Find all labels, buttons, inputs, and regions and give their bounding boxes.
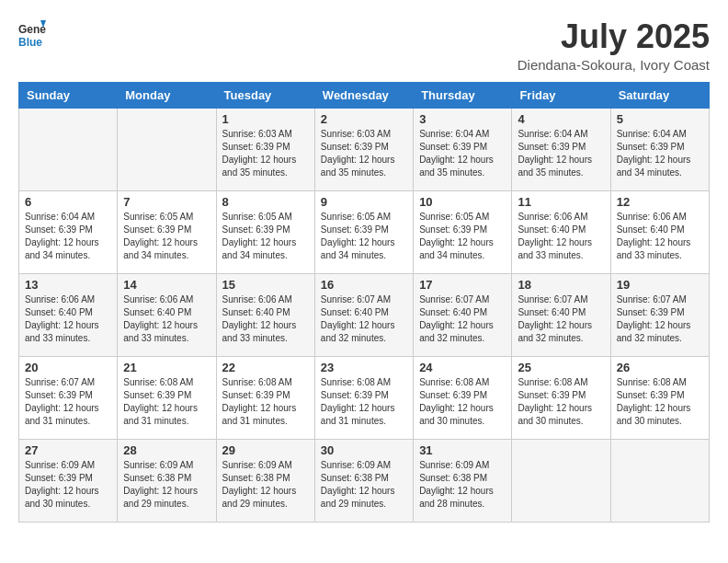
header-tuesday: Tuesday (216, 82, 314, 108)
calendar-cell: 16Sunrise: 6:07 AMSunset: 6:40 PMDayligh… (314, 273, 413, 356)
calendar-cell (610, 439, 709, 522)
calendar-cell: 24Sunrise: 6:08 AMSunset: 6:39 PMDayligh… (414, 356, 512, 439)
calendar-cell: 17Sunrise: 6:07 AMSunset: 6:40 PMDayligh… (414, 273, 512, 356)
day-info: Sunrise: 6:07 AMSunset: 6:40 PMDaylight:… (518, 293, 604, 345)
day-info: Sunrise: 6:04 AMSunset: 6:39 PMDaylight:… (25, 211, 111, 262)
day-info: Sunrise: 6:03 AMSunset: 6:39 PMDaylight:… (321, 128, 407, 179)
day-number: 19 (617, 278, 703, 292)
calendar-cell: 18Sunrise: 6:07 AMSunset: 6:40 PMDayligh… (512, 273, 610, 356)
calendar-week-2: 6Sunrise: 6:04 AMSunset: 6:39 PMDaylight… (19, 190, 710, 273)
day-number: 24 (419, 361, 506, 374)
calendar-cell: 15Sunrise: 6:06 AMSunset: 6:40 PMDayligh… (216, 273, 314, 356)
day-number: 15 (222, 278, 309, 292)
day-info: Sunrise: 6:03 AMSunset: 6:39 PMDaylight:… (222, 128, 309, 179)
day-info: Sunrise: 6:08 AMSunset: 6:39 PMDaylight:… (222, 376, 309, 428)
day-number: 25 (518, 361, 604, 374)
calendar-body: 1Sunrise: 6:03 AMSunset: 6:39 PMDaylight… (19, 108, 710, 522)
day-number: 5 (617, 112, 703, 126)
calendar-cell: 26Sunrise: 6:08 AMSunset: 6:39 PMDayligh… (610, 356, 709, 439)
calendar-header: SundayMondayTuesdayWednesdayThursdayFrid… (19, 82, 710, 108)
day-info: Sunrise: 6:05 AMSunset: 6:39 PMDaylight:… (222, 211, 309, 262)
day-number: 29 (222, 443, 309, 457)
calendar-cell: 11Sunrise: 6:06 AMSunset: 6:40 PMDayligh… (512, 190, 610, 273)
day-info: Sunrise: 6:04 AMSunset: 6:39 PMDaylight:… (518, 128, 604, 179)
calendar-cell: 6Sunrise: 6:04 AMSunset: 6:39 PMDaylight… (19, 190, 118, 273)
day-info: Sunrise: 6:06 AMSunset: 6:40 PMDaylight:… (222, 293, 309, 345)
svg-text:General: General (18, 23, 46, 36)
day-info: Sunrise: 6:06 AMSunset: 6:40 PMDaylight:… (25, 293, 111, 345)
day-info: Sunrise: 6:05 AMSunset: 6:39 PMDaylight:… (419, 211, 506, 262)
logo: General Blue (18, 18, 46, 51)
svg-text:Blue: Blue (18, 36, 42, 49)
day-info: Sunrise: 6:09 AMSunset: 6:39 PMDaylight:… (25, 459, 111, 511)
day-number: 8 (222, 195, 309, 209)
calendar-cell: 30Sunrise: 6:09 AMSunset: 6:38 PMDayligh… (314, 439, 413, 522)
calendar-cell: 9Sunrise: 6:05 AMSunset: 6:39 PMDaylight… (314, 190, 413, 273)
calendar-week-3: 13Sunrise: 6:06 AMSunset: 6:40 PMDayligh… (19, 273, 710, 356)
day-info: Sunrise: 6:04 AMSunset: 6:39 PMDaylight:… (617, 128, 703, 179)
day-number: 12 (617, 195, 703, 209)
day-number: 23 (321, 361, 407, 374)
day-info: Sunrise: 6:09 AMSunset: 6:38 PMDaylight:… (321, 459, 407, 511)
day-info: Sunrise: 6:05 AMSunset: 6:39 PMDaylight:… (321, 211, 407, 262)
calendar-cell: 27Sunrise: 6:09 AMSunset: 6:39 PMDayligh… (19, 439, 118, 522)
day-info: Sunrise: 6:06 AMSunset: 6:40 PMDaylight:… (617, 211, 703, 262)
calendar-cell: 1Sunrise: 6:03 AMSunset: 6:39 PMDaylight… (216, 108, 314, 190)
day-number: 20 (25, 361, 111, 374)
calendar-cell: 25Sunrise: 6:08 AMSunset: 6:39 PMDayligh… (512, 356, 610, 439)
day-number: 2 (321, 112, 407, 126)
location-subtitle: Diendana-Sokoura, Ivory Coast (518, 57, 710, 73)
title-block: July 2025 Diendana-Sokoura, Ivory Coast (518, 18, 710, 73)
day-info: Sunrise: 6:07 AMSunset: 6:39 PMDaylight:… (25, 376, 111, 428)
logo-arrow-icon: General Blue (18, 18, 46, 51)
day-number: 4 (518, 112, 604, 126)
day-info: Sunrise: 6:08 AMSunset: 6:39 PMDaylight:… (123, 376, 210, 428)
day-number: 21 (123, 361, 210, 374)
day-info: Sunrise: 6:06 AMSunset: 6:40 PMDaylight:… (518, 211, 604, 262)
header-saturday: Saturday (610, 82, 709, 108)
calendar-cell: 8Sunrise: 6:05 AMSunset: 6:39 PMDaylight… (216, 190, 314, 273)
day-info: Sunrise: 6:09 AMSunset: 6:38 PMDaylight:… (123, 459, 210, 511)
calendar-week-1: 1Sunrise: 6:03 AMSunset: 6:39 PMDaylight… (19, 108, 710, 190)
day-number: 30 (321, 443, 407, 457)
day-number: 9 (321, 195, 407, 209)
calendar-cell: 19Sunrise: 6:07 AMSunset: 6:39 PMDayligh… (610, 273, 709, 356)
day-number: 7 (123, 195, 210, 209)
day-number: 6 (25, 195, 111, 209)
day-number: 31 (419, 443, 506, 457)
calendar-cell: 29Sunrise: 6:09 AMSunset: 6:38 PMDayligh… (216, 439, 314, 522)
day-number: 13 (25, 278, 111, 292)
calendar-cell: 7Sunrise: 6:05 AMSunset: 6:39 PMDaylight… (118, 190, 216, 273)
day-number: 18 (518, 278, 604, 292)
day-number: 1 (222, 112, 309, 126)
day-number: 22 (222, 361, 309, 374)
calendar-cell: 2Sunrise: 6:03 AMSunset: 6:39 PMDaylight… (314, 108, 413, 190)
day-number: 11 (518, 195, 604, 209)
day-info: Sunrise: 6:05 AMSunset: 6:39 PMDaylight:… (123, 211, 210, 262)
calendar-cell (19, 108, 118, 190)
day-info: Sunrise: 6:08 AMSunset: 6:39 PMDaylight:… (617, 376, 703, 428)
day-info: Sunrise: 6:08 AMSunset: 6:39 PMDaylight:… (419, 376, 506, 428)
calendar-cell (118, 108, 216, 190)
day-info: Sunrise: 6:09 AMSunset: 6:38 PMDaylight:… (419, 459, 506, 511)
calendar-table: SundayMondayTuesdayWednesdayThursdayFrid… (18, 82, 710, 523)
calendar-cell: 21Sunrise: 6:08 AMSunset: 6:39 PMDayligh… (118, 356, 216, 439)
day-number: 17 (419, 278, 506, 292)
day-number: 10 (419, 195, 506, 209)
month-title: July 2025 (518, 18, 710, 55)
day-info: Sunrise: 6:09 AMSunset: 6:38 PMDaylight:… (222, 459, 309, 511)
day-number: 14 (123, 278, 210, 292)
calendar-cell: 22Sunrise: 6:08 AMSunset: 6:39 PMDayligh… (216, 356, 314, 439)
header-wednesday: Wednesday (314, 82, 413, 108)
calendar-cell: 13Sunrise: 6:06 AMSunset: 6:40 PMDayligh… (19, 273, 118, 356)
day-number: 16 (321, 278, 407, 292)
header-sunday: Sunday (19, 82, 118, 108)
calendar-cell: 12Sunrise: 6:06 AMSunset: 6:40 PMDayligh… (610, 190, 709, 273)
day-number: 3 (419, 112, 506, 126)
calendar-cell: 14Sunrise: 6:06 AMSunset: 6:40 PMDayligh… (118, 273, 216, 356)
calendar-cell: 3Sunrise: 6:04 AMSunset: 6:39 PMDaylight… (414, 108, 512, 190)
day-info: Sunrise: 6:07 AMSunset: 6:40 PMDaylight:… (321, 293, 407, 345)
day-number: 26 (617, 361, 703, 374)
calendar-cell: 10Sunrise: 6:05 AMSunset: 6:39 PMDayligh… (414, 190, 512, 273)
calendar-week-5: 27Sunrise: 6:09 AMSunset: 6:39 PMDayligh… (19, 439, 710, 522)
